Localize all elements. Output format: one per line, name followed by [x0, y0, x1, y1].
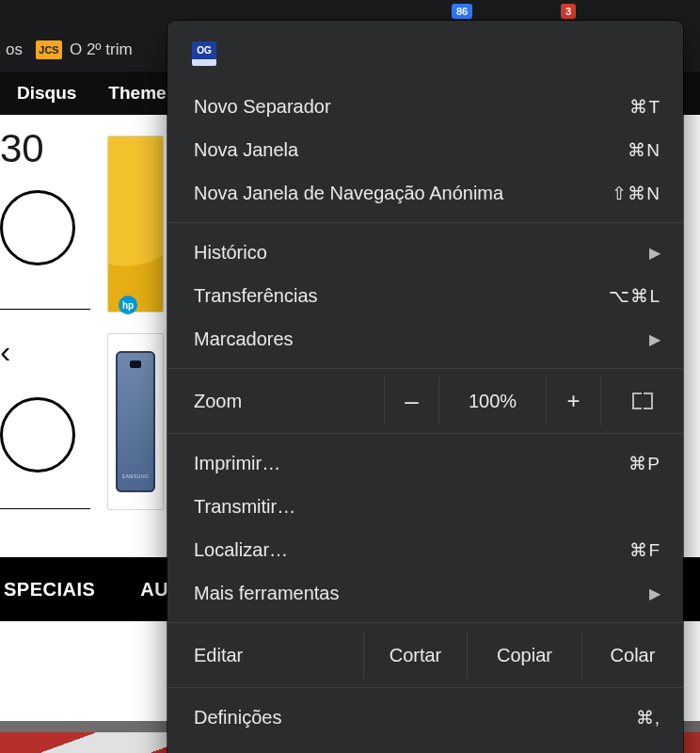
zoom-percent: 100% [438, 376, 546, 425]
badge-3: 3 [561, 4, 576, 19]
chevron-right-icon: ▶ [649, 330, 660, 348]
menu-separator [167, 368, 683, 369]
menu-item-label: Histórico [194, 242, 649, 264]
menu-item-shortcut: ⌘N [628, 139, 660, 161]
hp-logo-icon: hp [119, 296, 137, 314]
zoom-label: Zoom [194, 391, 384, 412]
menu-item-label: Nova Janela de Navegação Anónima [194, 183, 612, 204]
menu-item-cast[interactable]: Transmitir… [167, 485, 683, 528]
menu-item-new-window[interactable]: Nova Janela ⌘N [167, 128, 683, 171]
chevron-right-icon: ▶ [649, 585, 660, 602]
edit-paste-button[interactable]: Colar [581, 631, 683, 680]
category-especiais[interactable]: SPECIAIS [4, 579, 95, 601]
menu-item-label: Definições [194, 707, 636, 729]
menu-item-label: Ajuda [194, 750, 649, 754]
chevron-right-icon: ▶ [649, 244, 660, 262]
menu-item-edit: Editar Cortar Copiar Colar [167, 631, 683, 680]
fullscreen-button[interactable] [600, 376, 683, 425]
menu-item-shortcut: ⌘T [629, 96, 660, 118]
menu-item-bookmarks[interactable]: Marcadores ▶ [167, 317, 683, 360]
jcs-icon: JCS [36, 40, 62, 59]
zoom-in-button[interactable]: + [546, 376, 600, 425]
separator-1 [0, 309, 90, 310]
menu-item-label: Imprimir… [194, 453, 628, 474]
product-thumb-2: SAMSUNG [108, 334, 163, 509]
circle-glyph-1 [0, 190, 75, 265]
menu-item-label: Transferências [194, 285, 609, 307]
nav-item-theme[interactable]: Theme [108, 83, 166, 104]
menu-item-incognito[interactable]: Nova Janela de Navegação Anónima ⇧⌘N [167, 171, 683, 215]
menu-item-label: Novo Separador [194, 96, 629, 118]
menu-item-label: Marcadores [194, 328, 649, 350]
product-thumb-1 [108, 136, 163, 312]
browser-main-menu: OG Novo Separador ⌘T Nova Janela ⌘N Nova… [167, 21, 683, 753]
category-au[interactable]: AU [140, 579, 168, 601]
menu-item-find[interactable]: Localizar… ⌘F [167, 528, 683, 571]
fullscreen-icon [632, 393, 653, 409]
large-number: 30 [0, 126, 44, 171]
separator-2 [0, 508, 90, 509]
menu-item-label: Localizar… [194, 539, 629, 561]
product-card-1[interactable] [107, 136, 164, 312]
menu-item-label: Transmitir… [194, 496, 660, 518]
phone-brand-label: SAMSUNG [116, 473, 155, 479]
chevron-left-icon[interactable]: ‹ [0, 333, 10, 370]
nav-item-disqus[interactable]: Disqus [17, 83, 76, 104]
menu-item-settings[interactable]: Definições ⌘, [167, 696, 683, 739]
menu-item-help[interactable]: Ajuda ▶ [167, 739, 683, 753]
menu-item-shortcut: ⌘P [628, 453, 660, 474]
menu-item-shortcut: ⌘, [636, 707, 660, 729]
menu-item-history[interactable]: Histórico ▶ [167, 231, 683, 274]
badge-86: 86 [452, 4, 472, 19]
menu-item-print[interactable]: Imprimir… ⌘P [167, 441, 683, 485]
bookmark-item-label: O 2º trim [70, 40, 133, 59]
profile-badge-text: OG [192, 41, 216, 59]
menu-item-shortcut: ⇧⌘N [612, 183, 660, 204]
menu-item-zoom: Zoom – 100% + [167, 376, 683, 425]
menu-item-label: Mais ferramentas [194, 583, 649, 604]
menu-item-label: Nova Janela [194, 139, 628, 161]
product-card-2[interactable]: SAMSUNG [107, 333, 164, 510]
menu-item-more-tools[interactable]: Mais ferramentas ▶ [167, 571, 683, 615]
menu-separator [167, 433, 683, 434]
bookmark-item-jcs[interactable]: JCS O 2º trim [36, 40, 133, 59]
zoom-out-button[interactable]: – [384, 376, 438, 425]
menu-item-downloads[interactable]: Transferências ⌥⌘L [167, 274, 683, 317]
profile-badge[interactable]: OG [192, 41, 216, 66]
menu-item-shortcut: ⌘F [629, 539, 660, 561]
menu-separator [167, 222, 683, 223]
bookmark-item-os[interactable]: os [6, 40, 23, 59]
menu-separator [167, 687, 683, 688]
circle-glyph-2 [0, 397, 75, 473]
menu-separator [167, 622, 683, 623]
edit-label: Editar [194, 645, 363, 666]
edit-copy-button[interactable]: Copiar [467, 631, 581, 680]
edit-cut-button[interactable]: Cortar [363, 631, 467, 680]
menu-item-shortcut: ⌥⌘L [609, 285, 660, 307]
menu-item-new-tab[interactable]: Novo Separador ⌘T [167, 85, 683, 128]
